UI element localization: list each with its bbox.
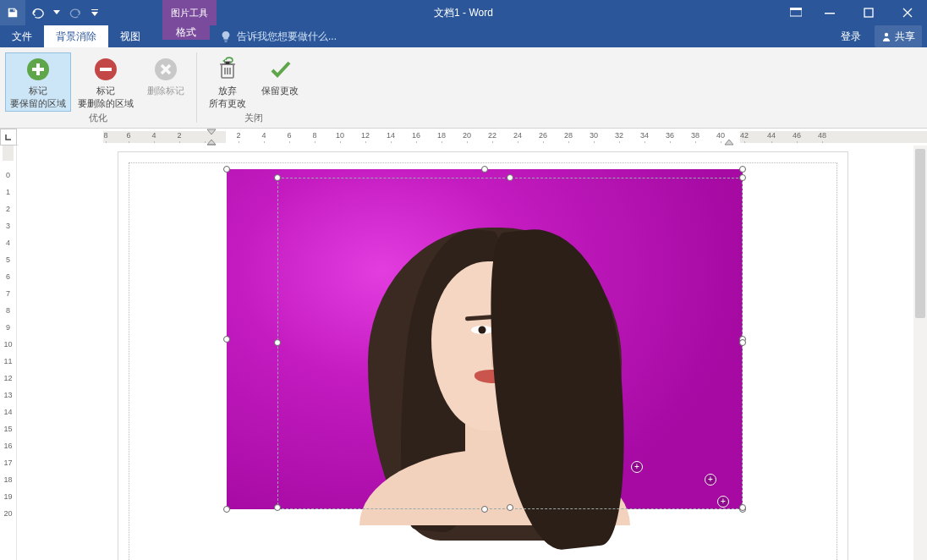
ribbon-group-close: 放弃 所有更改 保留更改 关闭: [197, 47, 310, 128]
ruler-tick: 6: [0, 272, 16, 283]
close-icon: [902, 8, 913, 18]
ruler-tick: 19: [0, 492, 16, 502]
marquee-handle[interactable]: [274, 339, 281, 346]
ribbon-tabs: 文件 背景消除 视图 格式 告诉我您想要做什么... 登录 共享: [0, 25, 927, 47]
resize-handle[interactable]: [223, 506, 230, 513]
tab-view[interactable]: 视图: [108, 25, 152, 47]
sign-in-button[interactable]: 登录: [836, 25, 866, 47]
ruler-tick: 16: [0, 442, 16, 452]
removed-background-overlay: [227, 169, 743, 509]
horizontal-ruler[interactable]: 8 6 4 2 2 4 6 8 10 12 14 16 18 20 22 24 …: [19, 129, 927, 145]
resize-handle[interactable]: [481, 166, 488, 173]
selected-picture[interactable]: + + +: [227, 169, 743, 509]
ruler-tick: 32: [612, 131, 626, 140]
marquee-handle[interactable]: [274, 174, 281, 181]
ruler-tick: 4: [0, 239, 16, 249]
ruler-tick: 48: [815, 131, 829, 140]
vertical-ruler[interactable]: 0 1 2 3 4 5 6 7 8 9 10 11 12 13 14 15 16…: [0, 145, 17, 560]
save-icon: [7, 7, 19, 19]
undo-dropdown[interactable]: [51, 0, 63, 25]
ruler-tick: 12: [359, 131, 372, 140]
ruler-tick: 2: [232, 131, 245, 140]
ruler-tick: 1: [0, 188, 16, 198]
tab-file[interactable]: 文件: [0, 25, 44, 47]
ruler-tick: 13: [0, 391, 16, 401]
discard-changes-button[interactable]: 放弃 所有更改: [202, 52, 253, 112]
tell-me-placeholder: 告诉我您想要做什么...: [237, 30, 337, 44]
marquee-handle[interactable]: [739, 174, 746, 181]
button-label: 所有更改: [209, 98, 246, 109]
resize-handle[interactable]: [739, 166, 746, 173]
window-controls: [782, 0, 927, 25]
marquee-handle[interactable]: [274, 504, 281, 511]
ruler-tick: 16: [409, 131, 423, 140]
resize-handle[interactable]: [223, 166, 230, 173]
mark-keep-button[interactable]: 标记 要保留的区域: [5, 52, 71, 112]
scrollbar-thumb[interactable]: [915, 149, 925, 318]
ruler-tick: 7: [0, 289, 16, 299]
ruler-tick: 17: [0, 458, 16, 469]
marquee-handle[interactable]: [739, 339, 746, 346]
tab-left-icon: [5, 134, 12, 140]
share-button[interactable]: 共享: [875, 25, 922, 47]
resize-handle[interactable]: [481, 506, 488, 513]
ruler-tick: 30: [587, 131, 601, 140]
ruler-tick: 6: [122, 131, 135, 140]
keep-changes-button[interactable]: 保留更改: [255, 52, 305, 99]
save-button[interactable]: [0, 0, 25, 25]
ribbon-display-options[interactable]: [782, 0, 810, 25]
minimize-button[interactable]: [810, 0, 849, 25]
group-label: 优化: [89, 112, 107, 126]
keep-mark[interactable]: +: [705, 474, 716, 486]
maximize-icon: [864, 8, 874, 18]
undo-button[interactable]: [25, 0, 51, 25]
hanging-indent[interactable]: [206, 137, 217, 145]
redo-button[interactable]: [63, 0, 88, 25]
tab-label: 背景消除: [56, 30, 96, 44]
ruler-tick: 4: [147, 131, 161, 140]
button-label: 要删除的区域: [78, 98, 134, 109]
chevron-down-icon: [53, 10, 60, 15]
ruler-tick: 8: [99, 131, 112, 140]
keep-mark[interactable]: +: [717, 496, 729, 508]
first-line-indent[interactable]: [206, 129, 217, 135]
right-indent[interactable]: [724, 137, 734, 145]
tab-label: 视图: [120, 30, 140, 44]
tab-format[interactable]: 格式: [162, 25, 210, 40]
ruler-tick: 20: [460, 131, 474, 140]
svg-point-4: [885, 33, 888, 36]
ruler-tick: 10: [0, 340, 16, 350]
ruler-tick: 8: [0, 306, 16, 316]
mark-remove-button[interactable]: 标记 要删除的区域: [73, 52, 139, 112]
lightbulb-icon: [220, 30, 232, 42]
tell-me-search[interactable]: 告诉我您想要做什么...: [220, 25, 337, 47]
ruler-tick: 8: [308, 131, 321, 140]
marquee-handle[interactable]: [739, 504, 746, 511]
ruler-tick: 24: [511, 131, 524, 140]
qat-customize[interactable]: [88, 0, 101, 25]
marquee-handle[interactable]: [507, 174, 513, 181]
marquee-handle[interactable]: [507, 504, 513, 511]
document-area[interactable]: + + +: [17, 145, 927, 560]
page: + + +: [118, 152, 847, 560]
ruler-tick: 3: [0, 222, 16, 232]
sign-in-label: 登录: [841, 30, 861, 44]
redo-icon: [69, 7, 82, 19]
minus-circle-icon: [92, 56, 119, 83]
close-button[interactable]: [888, 0, 927, 25]
vertical-scrollbar[interactable]: [913, 145, 927, 560]
delete-mark-button[interactable]: 删除标记: [140, 52, 191, 99]
ruler-tick: 6: [282, 131, 296, 140]
tab-selector[interactable]: [0, 129, 17, 145]
button-label: 标记: [29, 85, 47, 96]
resize-handle[interactable]: [223, 336, 230, 343]
ruler-tick: 10: [333, 131, 347, 140]
tab-background-remove[interactable]: 背景消除: [44, 25, 108, 47]
ruler-tick: 4: [257, 131, 271, 140]
ruler-tick: 0: [0, 171, 16, 181]
svg-rect-1: [790, 8, 802, 10]
maximize-button[interactable]: [849, 0, 888, 25]
plus-circle-icon: [25, 56, 52, 83]
keep-mark[interactable]: +: [631, 461, 643, 473]
ruler-tick: 15: [0, 425, 16, 435]
